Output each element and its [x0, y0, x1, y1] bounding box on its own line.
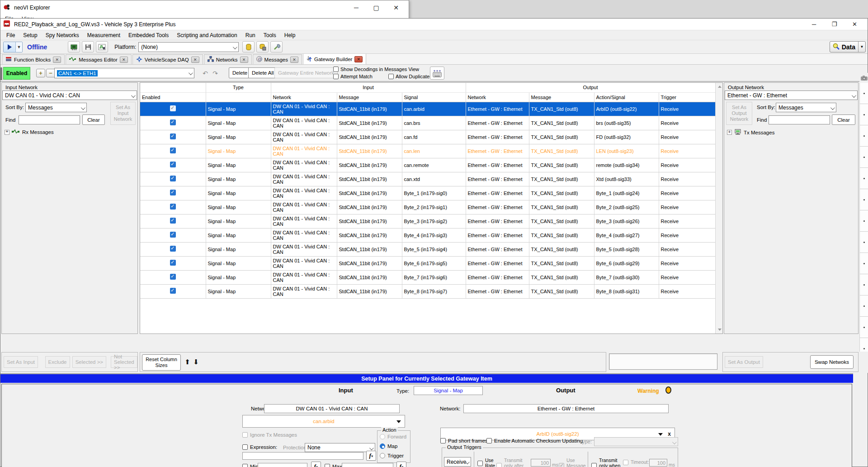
action-forward-radio[interactable]: [380, 434, 385, 439]
database-save-icon[interactable]: [256, 41, 269, 52]
close-button[interactable]: ✕: [844, 19, 865, 30]
table-row[interactable]: Signal - MapDW CAN 01 - Vivid CAN : CANS…: [140, 116, 715, 130]
timeout-checkbox[interactable]: [623, 460, 628, 465]
rx-messages-tree-item[interactable]: Rx Messages: [5, 129, 54, 135]
menu-help[interactable]: Help: [280, 31, 300, 39]
panel-dot-button[interactable]: [859, 83, 868, 104]
expression-checkbox[interactable]: [242, 444, 248, 450]
column-header-network-out[interactable]: Network: [466, 92, 529, 102]
action-trigger-radio[interactable]: [380, 453, 385, 458]
table-vertical-scrollbar[interactable]: [715, 83, 722, 334]
row-enabled-checkbox[interactable]: [170, 119, 176, 125]
input-sort-by-select[interactable]: Messages: [25, 103, 87, 112]
tx-messages-tree-item[interactable]: Tx Messages: [727, 129, 774, 136]
setup-type-value[interactable]: Signal - Map: [414, 386, 483, 395]
dropdown-arrow-icon[interactable]: [658, 433, 663, 436]
dropdown-arrow-icon[interactable]: [396, 420, 401, 423]
max-field[interactable]: [342, 463, 393, 467]
swap-networks-button[interactable]: Swap Netwoks: [810, 355, 854, 369]
tab-close-icon[interactable]: ✕: [354, 56, 363, 62]
add-gateway-button[interactable]: +: [36, 69, 45, 77]
move-up-button[interactable]: ⬆: [184, 355, 191, 369]
show-decodings-checkbox[interactable]: [333, 67, 339, 72]
row-enabled-checkbox[interactable]: [170, 218, 176, 224]
platform-select[interactable]: (None): [138, 42, 239, 52]
tab-close-icon[interactable]: ✕: [240, 57, 248, 63]
reset-column-sizes-button[interactable]: Reset Column Sizes: [142, 354, 181, 371]
min-field[interactable]: [258, 463, 307, 467]
row-enabled-checkbox[interactable]: [170, 204, 176, 210]
panel-dot-button[interactable]: [859, 274, 868, 295]
max-fx-button[interactable]: fx: [396, 462, 406, 467]
menu-setup[interactable]: Setup: [19, 31, 41, 39]
transmit-after-first-trigger-checkbox[interactable]: [496, 463, 502, 467]
panel-dot-button[interactable]: [859, 125, 868, 147]
menu-spy-networks[interactable]: Spy Networks: [42, 31, 83, 39]
delete-button[interactable]: Delete: [229, 67, 251, 78]
toolbar-grip[interactable]: [0, 67, 2, 80]
attempt-match-checkbox[interactable]: [333, 74, 339, 79]
row-enabled-checkbox[interactable]: [170, 274, 176, 280]
restore-button[interactable]: ❐: [824, 19, 844, 30]
menu-file[interactable]: File: [2, 31, 19, 39]
footer-not-selected-button[interactable]: Not Selected >>: [111, 356, 137, 368]
tab-vehiclescape-daq[interactable]: VehicleScape DAQ✕: [132, 54, 203, 64]
panel-dot-button[interactable]: [859, 232, 868, 253]
column-header-message-out[interactable]: Message: [529, 92, 594, 102]
column-header-action-signal[interactable]: Action/Signal: [594, 92, 659, 102]
footer-selected-button[interactable]: Selected >>: [72, 356, 106, 368]
run-button[interactable]: [4, 42, 15, 52]
panel-dot-button[interactable]: [859, 210, 868, 232]
output-network-select[interactable]: Ethernet - GW : Ethernet: [725, 91, 858, 100]
input-network-select[interactable]: DW CAN 01 - Vivid CAN : CAN: [2, 91, 137, 100]
protection-select[interactable]: None: [305, 443, 375, 452]
use-message-rate-checkbox[interactable]: [559, 463, 564, 467]
table-row[interactable]: Signal - MapDW CAN 01 - Vivid CAN : CANS…: [140, 186, 715, 200]
panel-dot-button[interactable]: [859, 168, 868, 189]
row-enabled-checkbox[interactable]: [170, 260, 176, 266]
panel-dot-button[interactable]: [859, 295, 868, 317]
table-row[interactable]: Signal - MapDW CAN 01 - Vivid CAN : CANS…: [140, 256, 715, 270]
tab-close-icon[interactable]: ✕: [120, 57, 128, 63]
neovi-maximize-button[interactable]: ▢: [366, 1, 386, 14]
footer-set-as-input-button[interactable]: Set As Input: [4, 356, 38, 368]
row-enabled-checkbox[interactable]: [170, 133, 176, 139]
row-enabled-checkbox[interactable]: [170, 105, 176, 111]
checksum-updating-checkbox[interactable]: [486, 438, 492, 443]
trigger-mode-select[interactable]: Receive: [444, 457, 471, 467]
input-find-clear-button[interactable]: Clear: [82, 114, 105, 125]
save-icon[interactable]: [82, 41, 94, 52]
table-row[interactable]: Signal - MapDW CAN 01 - Vivid CAN : CANS…: [140, 200, 715, 214]
table-row[interactable]: Signal - MapDW CAN 01 - Vivid CAN : CANS…: [140, 172, 715, 186]
menu-embedded-tools[interactable]: Embedded Tools: [124, 31, 173, 39]
tab-messages-editor[interactable]: Messages Editor✕: [66, 54, 132, 64]
gateway-entire-network-button[interactable]: Gateway Entire Network: [274, 67, 338, 78]
hardware-icon[interactable]: [68, 41, 80, 52]
tab-function-blocks[interactable]: Function Blocks✕: [2, 54, 65, 64]
timeout-ms-field[interactable]: [649, 459, 667, 467]
table-row[interactable]: Signal - MapDW CAN 01 - Vivid CAN : CANS…: [140, 242, 715, 256]
panel-dot-button[interactable]: [859, 317, 868, 338]
data-button[interactable]: Data ▼: [830, 41, 866, 52]
row-enabled-checkbox[interactable]: [170, 176, 176, 181]
gateway-enabled-button[interactable]: Enabled: [3, 67, 30, 80]
min-fx-button[interactable]: fx: [311, 462, 321, 467]
camera-icon[interactable]: [859, 73, 868, 83]
row-enabled-checkbox[interactable]: [170, 246, 176, 252]
menu-measurement[interactable]: Measurement: [83, 31, 124, 39]
output-find-clear-button[interactable]: Clear: [832, 114, 855, 125]
tab-networks[interactable]: Networks✕: [204, 54, 252, 64]
panel-dot-button[interactable]: [859, 104, 868, 125]
allow-duplicates-checkbox[interactable]: [388, 74, 394, 79]
remove-gateway-button[interactable]: −: [46, 69, 55, 77]
redo-icon[interactable]: ↷: [211, 69, 220, 78]
database-icon[interactable]: [242, 41, 255, 52]
panel-dot-button[interactable]: [859, 253, 868, 274]
tab-gateway-builder[interactable]: Gateway Builder✕: [303, 53, 366, 64]
column-header-network-in[interactable]: Network: [271, 92, 337, 102]
panel-dot-button[interactable]: [859, 147, 868, 168]
tab-close-icon[interactable]: ✕: [53, 57, 61, 63]
row-enabled-checkbox[interactable]: [170, 148, 176, 153]
expand-icon[interactable]: [5, 130, 9, 135]
column-header-enabled[interactable]: Enabled: [140, 92, 206, 102]
